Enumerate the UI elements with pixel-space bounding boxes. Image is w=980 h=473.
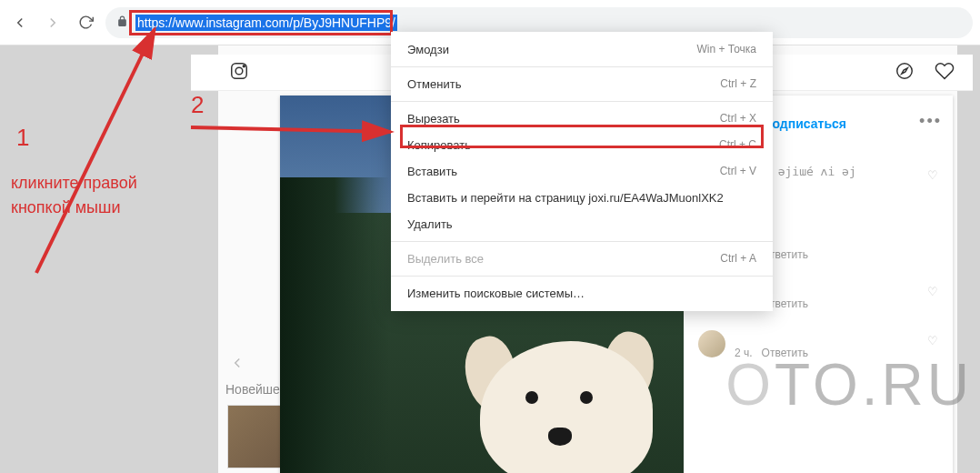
svg-point-3 (897, 63, 913, 78)
ctx-separator (391, 101, 773, 102)
annotation-instruction: кликните правойкнопкой мыши (11, 171, 137, 220)
context-menu: ЭмодзиWin + Точка ОтменитьCtrl + Z Вырез… (391, 32, 773, 311)
avatar[interactable] (698, 330, 725, 357)
ctx-separator (391, 276, 773, 277)
prev-post-chevron[interactable] (229, 355, 245, 376)
ctx-select-all[interactable]: Выделить всеCtrl + A (391, 246, 773, 272)
back-button[interactable] (7, 10, 33, 35)
forward-button[interactable] (40, 10, 65, 35)
reply-button[interactable]: Ответить (762, 347, 808, 359)
ctx-delete[interactable]: Удалить (391, 211, 773, 237)
ctx-undo[interactable]: ОтменитьCtrl + Z (391, 71, 773, 97)
follow-button[interactable]: Подписаться (763, 116, 846, 131)
ctx-cut[interactable]: ВырезатьCtrl + X (391, 106, 773, 132)
like-comment-icon[interactable]: ♡ (927, 334, 938, 347)
annotation-step-1: 1 (16, 124, 29, 152)
ctx-copy[interactable]: КопироватьCtrl + C (391, 132, 773, 158)
ctx-paste-and-go[interactable]: Вставить и перейти на страницу joxi.ru/E… (391, 185, 773, 211)
annotation-step-2: 2 (191, 91, 204, 119)
comment-time: 2 ч. (735, 347, 753, 359)
svg-point-2 (243, 65, 245, 66)
heart-icon[interactable] (935, 61, 955, 85)
post-more-button[interactable]: ••• (919, 112, 942, 131)
like-comment-icon[interactable]: ♡ (927, 168, 938, 182)
compass-icon[interactable] (895, 61, 915, 85)
modal-backdrop-left (0, 45, 218, 473)
ctx-separator (391, 241, 773, 242)
lock-icon (116, 15, 128, 31)
reload-button[interactable] (73, 10, 98, 35)
feed-label-newest: Новейше (225, 382, 280, 397)
ctx-emoji[interactable]: ЭмодзиWin + Точка (391, 36, 773, 63)
svg-point-1 (235, 67, 243, 75)
svg-marker-4 (902, 67, 907, 73)
ctx-paste[interactable]: ВставитьCtrl + V (391, 158, 773, 185)
ctx-search-engines[interactable]: Изменить поисковые системы… (391, 280, 773, 307)
like-comment-icon[interactable]: ♡ (927, 285, 938, 298)
instagram-logo-icon[interactable] (229, 61, 249, 85)
modal-backdrop-right (957, 45, 980, 473)
url-text: https://www.instagram.com/p/ByJ9HNUFHP9/ (135, 15, 397, 30)
dog-illustration (462, 305, 671, 473)
comment-row: 2 ч.Ответить ♡ (698, 330, 938, 359)
ctx-separator (391, 66, 773, 67)
